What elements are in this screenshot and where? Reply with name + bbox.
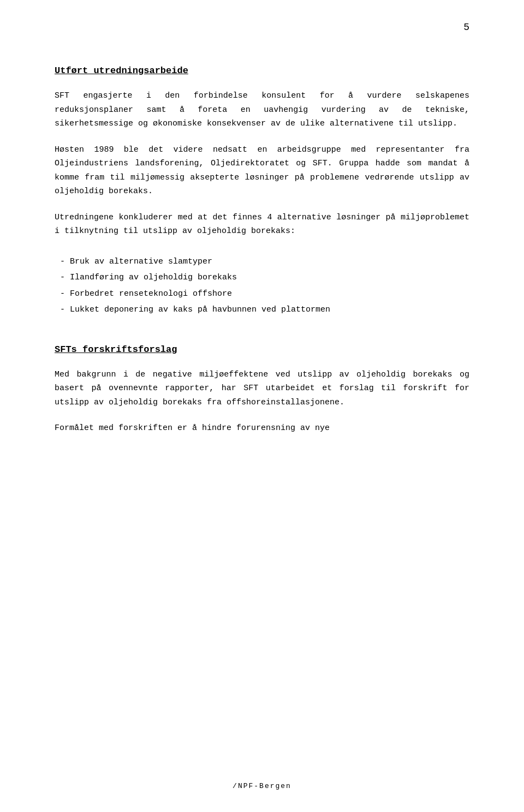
section-title-utredningsarbeide: Utført utredningsarbeide — [55, 65, 469, 76]
section-utredningsarbeide: Utført utredningsarbeide SFT engasjerte … — [55, 65, 469, 238]
section-forskriftsforslag: SFTs forskriftsforslag Med bakgrunn i de… — [55, 344, 469, 435]
paragraph-5: Formålet med forskriften er å hindre for… — [55, 421, 469, 435]
list-item-3: - Forbedret renseteknologi offshore — [55, 287, 469, 301]
list-item-1: - Bruk av alternative slamtyper — [55, 255, 469, 269]
list-item-2: - Ilandføring av oljeholdig borekaks — [55, 271, 469, 285]
list-item-4: - Lukket deponering av kaks på havbunnen… — [55, 303, 469, 317]
page-number: 5 — [463, 22, 469, 33]
alternatives-list: - Bruk av alternative slamtyper - Ilandf… — [55, 255, 469, 317]
section-title-forskriftsforslag: SFTs forskriftsforslag — [55, 344, 469, 355]
paragraph-2: Høsten 1989 ble det videre nedsatt en ar… — [55, 143, 469, 199]
paragraph-1: SFT engasjerte i den forbindelse konsule… — [55, 89, 469, 131]
paragraph-3: Utredningene konkluderer med at det finn… — [55, 211, 469, 238]
paragraph-4: Med bakgrunn i de negative miljøeffekten… — [55, 368, 469, 410]
footer-text: /NPF-Bergen — [233, 782, 291, 790]
document-page: 5 Utført utredningsarbeide SFT engasjert… — [0, 0, 524, 812]
